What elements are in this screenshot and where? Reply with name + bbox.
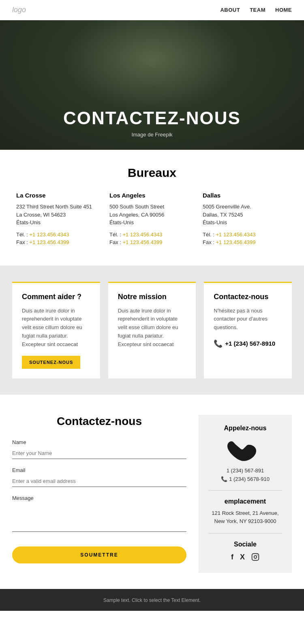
message-input[interactable] — [12, 504, 186, 532]
call-title: Appelez-nous — [208, 425, 282, 432]
phone-large-icon — [225, 438, 265, 462]
fax-label-2: Fax : — [203, 239, 214, 245]
fax-link-2[interactable]: +1 123.456.4399 — [216, 239, 256, 245]
card-title-2: Contactez-nous — [214, 293, 282, 301]
email-input[interactable] — [12, 476, 186, 487]
facebook-icon[interactable]: f — [231, 553, 233, 563]
hero-caption-text: Image de Freepik — [131, 132, 172, 138]
location-text: 121 Rock Street, 21 Avenue,New York, NY … — [208, 509, 282, 525]
logo: logo — [12, 6, 26, 14]
email-group: Email — [12, 467, 186, 487]
footer: Sample text. Click to select the Text El… — [0, 589, 304, 611]
fax-link-1[interactable]: +1 123.456.4399 — [123, 239, 163, 245]
card-text-2: N'hésitez pas à nous contacter pour d'au… — [214, 307, 282, 332]
card-comment-aider: Comment aider ? Duis aute irure dolor in… — [12, 282, 100, 379]
phone-icon: 📞 — [214, 339, 223, 348]
social-title: Sociale — [208, 541, 282, 548]
office-name-0: La Crosse — [16, 192, 101, 199]
offices-grid: La Crosse 232 Third Street North Suite 4… — [16, 192, 288, 245]
tel-label-0: Tél. : — [16, 232, 28, 238]
svg-rect-0 — [252, 554, 259, 561]
office-dallas: Dallas 5005 Greenville Ave.Dallas, TX 75… — [203, 192, 288, 245]
phone-icon-small: 📞 — [221, 476, 227, 482]
name-label: Name — [12, 439, 186, 445]
social-icons-row: f X — [208, 553, 282, 563]
contact-form-column: Contactez-nous Name Email Message SOUMET… — [12, 415, 186, 563]
contact-form-title: Contactez-nous — [12, 415, 186, 428]
fax-label-0: Fax : — [16, 239, 28, 245]
card-text-0: Duis aute irure dolor in reprehenderit i… — [22, 307, 90, 349]
contact-section: Contactez-nous Name Email Message SOUMET… — [0, 395, 304, 589]
fax-label-1: Fax : — [109, 239, 121, 245]
email-label: Email — [12, 467, 186, 473]
tel-link-0[interactable]: +1 123.456.4343 — [30, 232, 69, 238]
phone-number-1: 1 (234) 567-891 — [208, 468, 282, 474]
office-losangeles: Los Angeles 500 South South StreetLos An… — [109, 192, 195, 245]
footer-text: Sample text. Click to select the Text El… — [103, 597, 201, 603]
location-title: emplacement — [208, 498, 282, 505]
office-addr-2: 5005 Greenville Ave.Dallas, TX 75245État… — [203, 203, 288, 227]
office-addr-1: 500 South South StreetLos Angeles, CA 90… — [109, 203, 195, 227]
tel-link-1[interactable]: +1 123.456.4343 — [123, 232, 163, 238]
card-title-1: Notre mission — [118, 293, 186, 301]
card-title-0: Comment aider ? — [22, 293, 90, 301]
office-name-2: Dallas — [203, 192, 288, 199]
nav-team[interactable]: TEAM — [250, 7, 265, 13]
office-lacrosse: La Crosse 232 Third Street North Suite 4… — [16, 192, 101, 245]
office-fax-2: Fax : +1 123.456.4399 — [203, 239, 288, 245]
office-tel-1: Tél. : +1 123.456.4343 — [109, 232, 195, 238]
phone-number-2-text: 1 (234) 5678-910 — [229, 476, 270, 482]
bureaux-section: Bureaux La Crosse 232 Third Street North… — [0, 150, 304, 253]
bureaux-title: Bureaux — [16, 166, 288, 180]
card-mission: Notre mission Duis aute irure dolor in r… — [108, 282, 196, 379]
office-addr-0: 232 Third Street North Suite 451La Cross… — [16, 203, 101, 227]
nav-about[interactable]: ABOUT — [220, 7, 240, 13]
fax-link-0[interactable]: +1 123.456.4399 — [30, 239, 69, 245]
name-group: Name — [12, 439, 186, 459]
card-contactez: Contactez-nous N'hésitez pas à nous cont… — [204, 282, 292, 379]
submit-button[interactable]: SOUMETTRE — [12, 546, 186, 563]
instagram-icon[interactable] — [251, 553, 259, 563]
svg-point-2 — [257, 555, 258, 556]
message-label: Message — [12, 495, 186, 501]
tel-label-1: Tél. : — [109, 232, 121, 238]
hero-content: CONTACTEZ-NOUS Image de Freepik — [63, 108, 241, 138]
hero-section: CONTACTEZ-NOUS Image de Freepik — [0, 20, 304, 150]
contact-info-column: Appelez-nous 1 (234) 567-891 📞 1 (234) 5… — [199, 415, 292, 573]
office-tel-2: Tél. : +1 123.456.4343 — [203, 232, 288, 238]
card-phone-number: +1 (234) 567-8910 — [225, 340, 275, 347]
tel-label-2: Tél. : — [203, 232, 214, 238]
phone-number-2: 📞 1 (234) 5678-910 — [208, 476, 282, 482]
divider-1 — [208, 490, 282, 491]
office-fax-1: Fax : +1 123.456.4399 — [109, 239, 195, 245]
name-input[interactable] — [12, 448, 186, 459]
hero-caption: Image de Freepik — [63, 132, 241, 138]
office-tel-0: Tél. : +1 123.456.4343 — [16, 232, 101, 238]
hero-title: CONTACTEZ-NOUS — [63, 108, 241, 128]
office-fax-0: Fax : +1 123.456.4399 — [16, 239, 101, 245]
office-name-1: Los Angeles — [109, 192, 195, 199]
cards-section: Comment aider ? Duis aute irure dolor in… — [0, 266, 304, 395]
nav-home[interactable]: HOME — [275, 7, 292, 13]
card-phone: 📞 +1 (234) 567-8910 — [214, 339, 282, 348]
tel-link-2[interactable]: +1 123.456.4343 — [216, 232, 256, 238]
divider-2 — [208, 533, 282, 533]
nav-links: ABOUT TEAM HOME — [220, 7, 292, 13]
message-group: Message — [12, 495, 186, 533]
svg-point-1 — [254, 556, 257, 559]
card-text-1: Duis aute irure dolor in reprehenderit i… — [118, 307, 186, 349]
twitter-x-icon[interactable]: X — [240, 553, 245, 563]
soutenez-nous-button[interactable]: SOUTENEZ-NOUS — [22, 356, 80, 369]
navbar: logo ABOUT TEAM HOME — [0, 0, 304, 20]
